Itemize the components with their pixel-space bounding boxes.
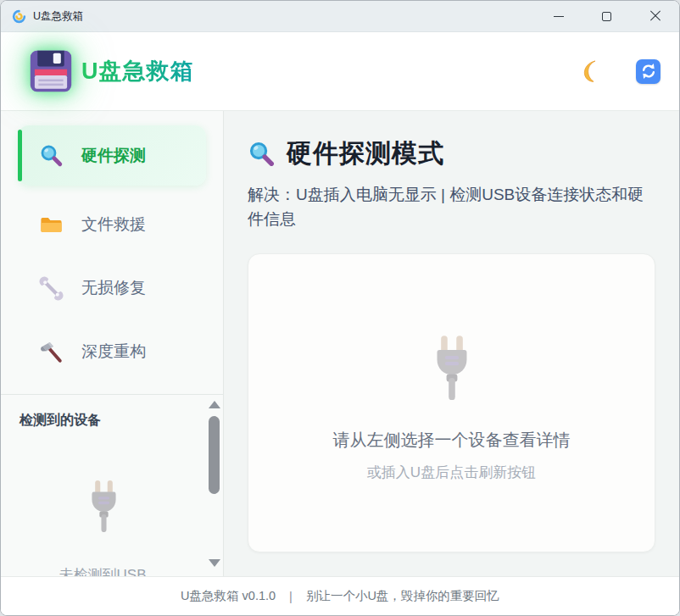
sidebar-item-lossless-repair[interactable]: 无损修复 (18, 267, 206, 309)
device-list-header: 检测到的设备 (1, 395, 223, 430)
app-window: U盘急救箱 U盘急救箱 硬件探测 (0, 0, 680, 616)
app-title: U盘急救箱 (81, 56, 194, 86)
titlebar: U盘急救箱 (1, 1, 679, 32)
sidebar-nav: 硬件探测 文件救援 无损修复 深度重构 (1, 111, 223, 394)
maximize-button[interactable] (582, 1, 631, 31)
header-actions (580, 59, 660, 84)
plug-icon (85, 480, 123, 532)
refresh-button[interactable] (636, 59, 660, 84)
device-list-panel: 检测到的设备 未检测到USB (1, 394, 223, 576)
main-title-row: 硬件探测模式 (248, 136, 654, 171)
minimize-button[interactable] (534, 1, 582, 31)
footer-tagline: 别让一个小U盘，毁掉你的重要回忆 (306, 588, 499, 604)
folder-icon (39, 213, 64, 237)
footer-separator: | (289, 590, 293, 603)
refresh-icon (639, 62, 658, 80)
sidebar-item-hardware-detect[interactable]: 硬件探测 (18, 125, 206, 186)
empty-card-secondary-text: 或插入U盘后点击刷新按钮 (367, 463, 536, 482)
moon-icon (580, 59, 604, 83)
page-subtitle: 解决：U盘插入电脑无显示 | 检测USB设备连接状态和硬件信息 (248, 182, 658, 231)
theme-toggle-button[interactable] (580, 59, 604, 83)
scrollbar-thumb[interactable] (209, 416, 220, 494)
wrench-icon (39, 276, 64, 301)
sidebar-item-deep-rebuild[interactable]: 深度重构 (18, 330, 206, 373)
device-detail-empty-card: 请从左侧选择一个设备查看详情 或插入U盘后点击刷新按钮 (248, 253, 655, 552)
sidebar-item-label: 文件救援 (81, 214, 146, 236)
app-header: U盘急救箱 (1, 32, 679, 111)
plug-icon (428, 335, 476, 400)
close-button[interactable] (631, 1, 679, 31)
scroll-down-arrow-icon[interactable] (209, 559, 220, 567)
sidebar: 硬件探测 文件救援 无损修复 深度重构 检测到的设备 未检测到USB (1, 111, 224, 576)
magnifier-icon (39, 143, 64, 168)
main-panel: 硬件探测模式 解决：U盘插入电脑无显示 | 检测USB设备连接状态和硬件信息 请… (224, 111, 679, 576)
empty-card-primary-text: 请从左侧选择一个设备查看详情 (333, 429, 571, 452)
sidebar-item-label: 深度重构 (81, 341, 146, 363)
footer-version: U盘急救箱 v0.1.0 (181, 588, 276, 604)
device-list-empty-text: 未检测到USB (1, 565, 204, 576)
close-icon (649, 10, 661, 22)
sidebar-item-file-rescue[interactable]: 文件救援 (18, 203, 206, 246)
scroll-up-arrow-icon[interactable] (209, 401, 220, 408)
minimize-icon (554, 16, 564, 17)
titlebar-title: U盘急救箱 (33, 9, 83, 24)
sidebar-item-label: 无损修复 (81, 277, 146, 299)
page-title: 硬件探测模式 (287, 136, 444, 171)
floppy-disk-icon (28, 48, 74, 94)
hammer-icon (39, 340, 64, 364)
magnifier-icon (248, 140, 276, 168)
content-area: 硬件探测 文件救援 无损修复 深度重构 检测到的设备 未检测到USB (1, 111, 679, 576)
window-controls (534, 1, 679, 31)
footer: U盘急救箱 v0.1.0 | 别让一个小U盘，毁掉你的重要回忆 (1, 576, 679, 615)
sidebar-item-label: 硬件探测 (81, 145, 146, 167)
app-swirl-icon (12, 9, 26, 24)
maximize-icon (602, 12, 611, 21)
device-list-scrollbar[interactable] (207, 398, 220, 574)
